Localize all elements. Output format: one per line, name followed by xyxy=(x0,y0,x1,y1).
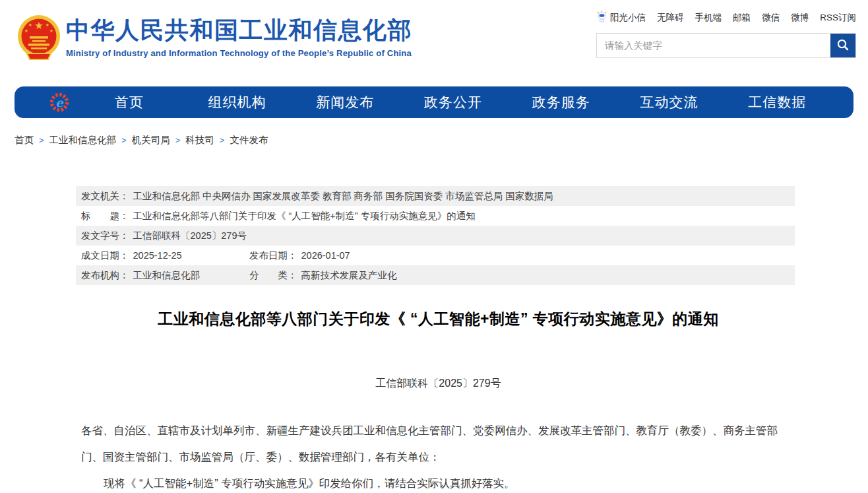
nav-item-interaction[interactable]: 互动交流 xyxy=(615,93,724,112)
breadcrumb-separator: > xyxy=(175,135,181,145)
meta-value: 工业和信息化部 xyxy=(133,269,201,282)
meta-label: 发布机构： xyxy=(81,269,129,282)
header-utilities: 阳光小信 无障碍 手机端 邮箱 微信 微博 RSS订阅 xyxy=(596,11,856,58)
search-icon xyxy=(836,38,850,53)
meta-value: 工业和信息化部等八部门关于印发《 “人工智能+制造” 专项行动实施意见》的通知 xyxy=(133,210,476,222)
meta-label: 发文机关： xyxy=(81,190,129,203)
svg-text:e: e xyxy=(55,96,64,110)
meta-value: 2025-12-25 xyxy=(133,250,182,261)
meta-value: 工信部联科〔2025〕279号 xyxy=(133,230,247,242)
meta-label: 发文字号： xyxy=(81,230,129,242)
breadcrumb-departments[interactable]: 机关司局 xyxy=(132,134,170,147)
top-link-sunshine-assistant[interactable]: 阳光小信 xyxy=(596,11,646,24)
top-link-label: RSS订阅 xyxy=(820,12,856,24)
meta-label: 发布日期： xyxy=(249,249,297,262)
article-body: 各省、自治区、直辖市及计划单列市、新疆生产建设兵团工业和信息化主管部门、党委网信… xyxy=(81,417,790,493)
meta-value: 高新技术发展及产业化 xyxy=(301,269,397,282)
nav-item-organization[interactable]: 组织机构 xyxy=(183,93,292,112)
top-link-label: 微信 xyxy=(762,12,780,24)
meta-row-dates: 成文日期： 2025-12-25 发布日期： 2026-01-07 xyxy=(76,246,795,265)
nav-item-news[interactable]: 新闻发布 xyxy=(291,93,399,112)
meta-value: 工业和信息化部 中央网信办 国家发展改革委 教育部 商务部 国务院国资委 市场监… xyxy=(133,190,553,203)
meta-row-issuing-authority: 发文机关： 工业和信息化部 中央网信办 国家发展改革委 教育部 商务部 国务院国… xyxy=(76,186,795,206)
search-bar xyxy=(596,33,856,58)
site-header: ★ ★ ★ ★ ★ 中华人民共和国工业和信息化部 Ministry of Ind… xyxy=(0,0,868,86)
breadcrumb-separator: > xyxy=(39,135,44,145)
breadcrumb-separator: > xyxy=(121,135,127,145)
main-nav: e 首页 组织机构 新闻发布 政务公开 政务服务 互动交流 工信数据 xyxy=(15,86,853,118)
svg-text:★: ★ xyxy=(46,22,49,27)
top-link-weibo[interactable]: 微博 xyxy=(791,12,809,24)
top-link-label: 无障碍 xyxy=(657,12,684,24)
svg-text:★: ★ xyxy=(28,22,32,27)
nav-item-miit-data[interactable]: 工信数据 xyxy=(723,93,831,112)
top-link-accessibility[interactable]: 无障碍 xyxy=(657,12,684,24)
top-link-label: 手机端 xyxy=(695,12,722,24)
site-name-cn: 中华人民共和国工业和信息化部 xyxy=(66,18,412,42)
top-link-label: 邮箱 xyxy=(733,12,751,24)
top-link-wechat[interactable]: 微信 xyxy=(762,12,780,24)
article-doc-number: 工信部联科〔2025〕279号 xyxy=(81,377,795,391)
breadcrumb-science-tech-dept[interactable]: 科技司 xyxy=(185,134,214,147)
breadcrumb: 首页 > 工业和信息化部 > 机关司局 > 科技司 > 文件发布 xyxy=(15,134,868,147)
breadcrumb-home[interactable]: 首页 xyxy=(15,134,34,147)
top-links: 阳光小信 无障碍 手机端 邮箱 微信 微博 RSS订阅 xyxy=(596,11,856,24)
miit-gear-logo-icon: e xyxy=(49,92,70,113)
nav-items: 首页 组织机构 新闻发布 政务公开 政务服务 互动交流 工信数据 xyxy=(75,93,831,112)
breadcrumb-miit[interactable]: 工业和信息化部 xyxy=(49,134,117,147)
article-title: 工业和信息化部等八部门关于印发《 “人工智能+制造” 专项行动实施意见》的通知 xyxy=(81,309,795,329)
nav-item-gov-disclosure[interactable]: 政务公开 xyxy=(399,93,507,112)
meta-label: 分 类： xyxy=(249,269,297,282)
nav-item-gov-services[interactable]: 政务服务 xyxy=(507,93,615,112)
top-link-label: 阳光小信 xyxy=(610,12,646,24)
article-paragraph-instruction: 现将《 “人工智能+制造” 专项行动实施意见》印发给你们，请结合实际认真抓好落实… xyxy=(81,470,790,493)
national-emblem-icon: ★ ★ ★ ★ ★ xyxy=(17,15,61,65)
site-title-link[interactable]: 中华人民共和国工业和信息化部 Ministry of Industry and … xyxy=(66,18,412,58)
article-paragraph-addressees: 各省、自治区、直辖市及计划单列市、新疆生产建设兵团工业和信息化主管部门、党委网信… xyxy=(81,417,790,470)
meta-label: 标 题： xyxy=(81,210,129,222)
document-meta-table: 发文机关： 工业和信息化部 中央网信办 国家发展改革委 教育部 商务部 国务院国… xyxy=(76,186,795,285)
breadcrumb-document-release[interactable]: 文件发布 xyxy=(230,134,268,147)
site-name-en: Ministry of Industry and Information Tec… xyxy=(66,48,412,58)
svg-text:★: ★ xyxy=(34,20,43,31)
breadcrumb-separator: > xyxy=(220,135,225,145)
search-input[interactable] xyxy=(597,34,830,57)
meta-value: 2026-01-07 xyxy=(301,250,350,261)
svg-text:★: ★ xyxy=(49,28,53,33)
search-button[interactable] xyxy=(830,34,855,57)
article: 工业和信息化部等八部门关于印发《 “人工智能+制造” 专项行动实施意见》的通知 … xyxy=(81,309,795,493)
robot-mascot-icon xyxy=(596,11,607,24)
top-link-mobile[interactable]: 手机端 xyxy=(695,12,722,24)
top-link-mail[interactable]: 邮箱 xyxy=(733,12,751,24)
nav-item-home[interactable]: 首页 xyxy=(75,93,183,112)
meta-row-publisher-category: 发布机构： 工业和信息化部 分 类： 高新技术发展及产业化 xyxy=(76,265,795,285)
meta-row-title: 标 题： 工业和信息化部等八部门关于印发《 “人工智能+制造” 专项行动实施意见… xyxy=(76,206,795,226)
svg-text:★: ★ xyxy=(24,28,28,33)
top-link-rss[interactable]: RSS订阅 xyxy=(820,12,856,24)
top-link-label: 微博 xyxy=(791,12,809,24)
meta-row-doc-number: 发文字号： 工信部联科〔2025〕279号 xyxy=(76,226,795,246)
meta-label: 成文日期： xyxy=(81,249,129,262)
